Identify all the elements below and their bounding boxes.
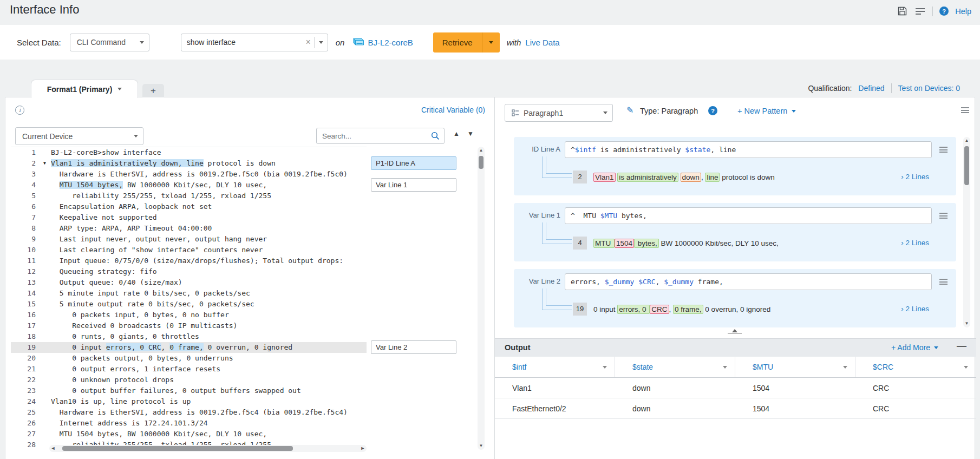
minimize-icon[interactable]: — bbox=[957, 340, 966, 352]
scroll-up-icon[interactable]: ▲ bbox=[963, 137, 970, 145]
critical-variable-link[interactable]: Critical Variable (0) bbox=[421, 106, 485, 114]
edit-icon[interactable]: ✎ bbox=[626, 105, 633, 115]
command-dropdown-button[interactable] bbox=[315, 41, 328, 44]
code-line[interactable]: 2▼Vlan1 is administratively down, line p… bbox=[11, 158, 367, 169]
expand-lines-link[interactable]: › 2 Lines bbox=[901, 239, 929, 247]
retrieve-dropdown-button[interactable] bbox=[482, 32, 500, 53]
search-prev-button[interactable]: ▲ bbox=[452, 130, 461, 137]
help-link[interactable]: Help bbox=[955, 7, 971, 16]
pattern-menu-icon[interactable] bbox=[961, 107, 969, 113]
retrieve-button[interactable]: Retrieve bbox=[433, 32, 500, 53]
save-icon[interactable] bbox=[897, 5, 908, 17]
expand-lines-link[interactable]: › 2 Lines bbox=[901, 305, 929, 313]
scrollbar-thumb[interactable] bbox=[964, 146, 969, 185]
code-line[interactable]: 13 Output queue: 0/40 (size/max) bbox=[11, 277, 367, 288]
data-type-select[interactable]: CLI Command bbox=[70, 34, 149, 51]
code-line[interactable]: 17 Received 0 broadcasts (0 IP multicast… bbox=[11, 320, 367, 331]
table-row[interactable]: FastEthernet0/2down1504CRC bbox=[495, 398, 976, 419]
code-line[interactable]: 23 0 output buffer failures, 0 output bu… bbox=[11, 385, 367, 396]
output-column-header[interactable]: $state bbox=[615, 357, 735, 377]
code-line[interactable]: 22 0 unknown protocol drops bbox=[11, 375, 367, 385]
anchor-label[interactable]: P1-ID Line A bbox=[371, 156, 456, 170]
tab-format1-primary[interactable]: Format1 (Primary) bbox=[31, 80, 138, 98]
expand-lines-link[interactable]: › 2 Lines bbox=[901, 173, 929, 181]
code-line[interactable]: 1BJ-L2-coreB>show interface bbox=[11, 147, 367, 158]
code-line[interactable]: 10 Last clearing of "show interface" cou… bbox=[11, 245, 367, 255]
output-column-header[interactable]: $intf bbox=[495, 357, 615, 377]
code-line[interactable]: 5 reliability 255/255, txload 1/255, rxl… bbox=[11, 191, 367, 201]
output-column-header[interactable]: $MTU bbox=[735, 357, 855, 377]
device-link[interactable]: BJ-L2-coreB bbox=[368, 38, 413, 47]
code-text: 0 unknown protocol drops bbox=[42, 375, 174, 385]
table-row[interactable]: Vlan1down1504CRC bbox=[495, 378, 976, 398]
code-line[interactable]: 7 Keepalive not supported bbox=[11, 212, 367, 223]
live-data-link[interactable]: Live Data bbox=[525, 38, 559, 47]
list-icon[interactable] bbox=[914, 5, 926, 17]
code-line[interactable]: 4 MTU 1504 bytes, BW 1000000 Kbit/sec, D… bbox=[11, 180, 367, 191]
code-editor[interactable]: 1BJ-L2-coreB>show interface2▼Vlan1 is ad… bbox=[11, 147, 367, 450]
pattern-pane: Paragraph1 ✎ Type: Paragraph ? + New Pat… bbox=[494, 97, 976, 459]
code-line[interactable]: 14 5 minute input rate 0 bits/sec, 0 pac… bbox=[11, 288, 367, 299]
code-line[interactable]: 20 0 packets output, 0 bytes, 0 underrun… bbox=[11, 353, 367, 364]
horizontal-scrollbar[interactable]: ◄ ► bbox=[49, 445, 367, 452]
pattern-card-menu-icon[interactable] bbox=[939, 147, 948, 153]
test-on-devices-link[interactable]: Test on Devices: 0 bbox=[898, 84, 960, 93]
add-tab-button[interactable]: + bbox=[142, 84, 164, 97]
pattern-card-menu-icon[interactable] bbox=[939, 279, 948, 285]
code-line[interactable]: 19 0 input errors, 0 CRC, 0 frame, 0 ove… bbox=[11, 342, 367, 353]
vertical-scrollbar[interactable]: ▲ ▼ bbox=[963, 137, 970, 327]
code-line[interactable]: 26 Internet address is 172.24.101.3/24 bbox=[11, 418, 367, 429]
pattern-card-menu-icon[interactable] bbox=[939, 213, 948, 219]
vertical-scrollbar[interactable]: ▲ ▼ bbox=[478, 147, 485, 450]
scroll-left-icon[interactable]: ◄ bbox=[49, 445, 57, 452]
collapse-panel-button[interactable] bbox=[725, 329, 744, 334]
line-number: 6 bbox=[11, 201, 42, 212]
pattern-regex-input[interactable]: ^ MTU $MTU bytes, bbox=[565, 207, 932, 224]
scrollbar-thumb[interactable] bbox=[62, 446, 293, 451]
code-line[interactable]: 12 Queueing strategy: fifo bbox=[11, 266, 367, 277]
code-line[interactable]: 21 0 output errors, 1 interface resets bbox=[11, 364, 367, 375]
search-icon[interactable] bbox=[431, 132, 440, 142]
search-input[interactable] bbox=[317, 128, 444, 143]
code-line[interactable]: 6 Encapsulation ARPA, loopback not set bbox=[11, 201, 367, 212]
output-column-header[interactable]: $CRC bbox=[855, 357, 976, 377]
anchor-label[interactable]: Var Line 2 bbox=[371, 340, 456, 354]
code-line[interactable]: 3 Hardware is EtherSVI, address is 0019.… bbox=[11, 169, 367, 180]
pattern-regex-input[interactable]: ^$intf is administratively $state, line bbox=[565, 141, 932, 158]
code-line[interactable]: 24Vlan10 is up, line protocol is up bbox=[11, 396, 367, 407]
scroll-right-icon[interactable]: ► bbox=[359, 445, 367, 452]
command-input[interactable] bbox=[181, 38, 306, 47]
code-text: 0 output buffer failures, 0 output buffe… bbox=[42, 385, 301, 396]
type-help-icon[interactable]: ? bbox=[708, 106, 717, 115]
type-label: Type: Paragraph bbox=[640, 107, 698, 115]
code-line[interactable]: 25 Hardware is EtherSVI, address is 0019… bbox=[11, 407, 367, 418]
search-next-button[interactable]: ▼ bbox=[466, 130, 475, 137]
help-icon[interactable]: ? bbox=[939, 6, 949, 16]
table-cell: CRC bbox=[855, 378, 976, 398]
qualification-defined-link[interactable]: Defined bbox=[858, 84, 884, 93]
add-more-link[interactable]: + Add More bbox=[891, 343, 930, 352]
scroll-down-icon[interactable]: ▼ bbox=[478, 442, 485, 450]
pattern-regex-input[interactable]: errors, $_dummy $CRC, $_dummy frame, bbox=[565, 273, 932, 290]
match-line-number: 19 bbox=[573, 303, 587, 316]
chevron-right-icon: › bbox=[901, 239, 905, 247]
code-line[interactable]: 15 5 minute output rate 0 bits/sec, 0 pa… bbox=[11, 299, 367, 310]
scroll-up-icon[interactable]: ▲ bbox=[478, 147, 485, 154]
code-line[interactable]: 9 Last input never, output never, output… bbox=[11, 234, 367, 245]
fold-icon[interactable]: ▼ bbox=[43, 158, 46, 169]
code-line[interactable]: 16 0 packets input, 0 bytes, 0 no buffer bbox=[11, 310, 367, 320]
device-scope-select[interactable]: Current Device bbox=[15, 127, 143, 145]
code-line[interactable]: 11 Input queue: 0/75/0/0 (size/max/drops… bbox=[11, 255, 367, 266]
pattern-select[interactable]: Paragraph1 bbox=[505, 104, 613, 122]
scrollbar-thumb[interactable] bbox=[479, 156, 484, 169]
clear-icon[interactable]: × bbox=[305, 37, 310, 47]
code-line[interactable]: 27 MTU 1504 bytes, BW 1000000 Kbit/sec, … bbox=[11, 429, 367, 440]
new-pattern-link[interactable]: + New Pattern bbox=[737, 107, 787, 115]
anchor-label[interactable]: Var Line 1 bbox=[371, 178, 456, 192]
code-line[interactable]: 18 0 runts, 0 giants, 0 throttles bbox=[11, 331, 367, 342]
pattern-card: Var Line 1^ MTU $MTU bytes,4MTU 1504 byt… bbox=[514, 203, 956, 261]
code-line[interactable]: 8 ARP type: ARPA, ARP Timeout 04:00:00 bbox=[11, 223, 367, 234]
info-icon[interactable]: i bbox=[15, 106, 24, 115]
table-cell: CRC bbox=[855, 398, 976, 418]
scroll-down-icon[interactable]: ▼ bbox=[963, 320, 970, 327]
